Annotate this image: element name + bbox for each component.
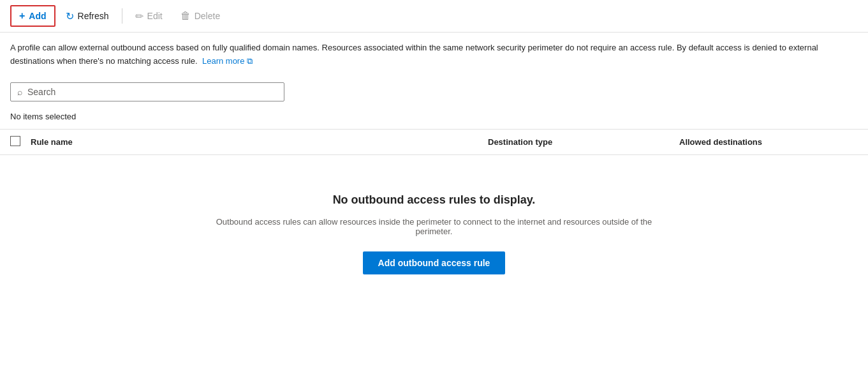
edit-icon: ✏ (135, 10, 143, 22)
delete-label: Delete (195, 11, 220, 21)
search-box: ⌕ (10, 82, 284, 101)
description-text: A profile can allow external outbound ac… (10, 43, 818, 66)
no-items-label: No items selected (0, 107, 868, 126)
search-input[interactable] (27, 87, 277, 97)
delete-icon: 🗑 (180, 10, 191, 22)
refresh-button[interactable]: ↻ Refresh (58, 6, 117, 26)
toolbar: + Add ↻ Refresh ✏ Edit 🗑 Delete (0, 0, 868, 33)
add-label: Add (29, 11, 46, 21)
description-area: A profile can allow external outbound ac… (0, 33, 855, 77)
edit-button[interactable]: ✏ Edit (128, 6, 170, 26)
col-dest-type-header: Destination type (488, 137, 679, 147)
search-area: ⌕ (0, 77, 868, 107)
add-icon: + (19, 10, 25, 22)
external-link-icon: ⧉ (247, 56, 253, 66)
select-all-checkbox[interactable] (10, 136, 20, 146)
add-button[interactable]: + Add (10, 5, 55, 27)
empty-state-description: Outbound access rules can allow resource… (211, 217, 658, 236)
delete-button[interactable]: 🗑 Delete (173, 6, 228, 26)
table-header: Rule name Destination type Allowed desti… (0, 129, 868, 155)
refresh-label: Refresh (78, 11, 109, 21)
toolbar-separator (122, 8, 122, 24)
search-icon: ⌕ (17, 87, 22, 97)
learn-more-link[interactable]: Learn more ⧉ (202, 56, 253, 66)
col-rule-name-header: Rule name (31, 137, 488, 147)
refresh-icon: ↻ (66, 10, 74, 22)
add-outbound-rule-button[interactable]: Add outbound access rule (363, 251, 506, 274)
header-checkbox-col[interactable] (10, 136, 31, 148)
empty-state-title: No outbound access rules to display. (333, 193, 536, 207)
col-allowed-dest-header: Allowed destinations (679, 137, 858, 147)
edit-label: Edit (147, 11, 163, 21)
empty-state: No outbound access rules to display. Out… (0, 155, 868, 300)
